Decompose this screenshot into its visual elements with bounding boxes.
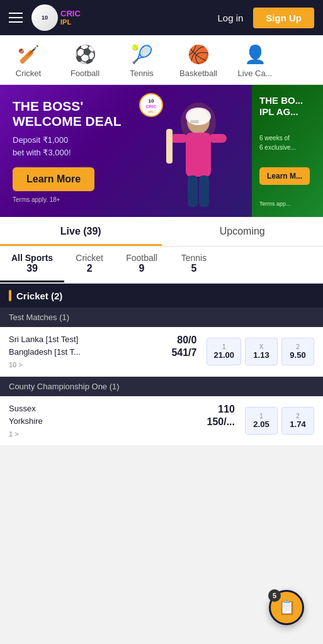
svg-rect-8 [186, 133, 211, 177]
logo-text: CRIC IPL [60, 9, 81, 26]
cricket-section-title: Cricket (2) [16, 291, 62, 301]
login-button[interactable]: Log in [207, 8, 253, 28]
sport-cricket[interactable]: 🏏 Cricket [0, 40, 57, 82]
tennis-label: Tennis [130, 69, 154, 78]
header-left: 10 CRIC IPL [9, 4, 81, 31]
odd-value-s1: 2.05 [252, 419, 271, 429]
sussex-score: 110 [218, 404, 235, 415]
svg-rect-13 [199, 175, 209, 207]
team1-score: 80/0 [177, 335, 196, 346]
county-championship-subsection: County Championship One (1) [0, 377, 323, 396]
sport-football[interactable]: ⚽ Football [57, 40, 113, 82]
match-info: Sri Lanka [1st Test] 80/0 Bangladesh [1s… [9, 335, 196, 369]
match-odds-2: 1 2.05 2 1.74 [245, 407, 314, 435]
odd-label-s1: 1 [252, 413, 271, 419]
basketball-icon: 🏀 [188, 44, 210, 65]
match-extra[interactable]: 10 > [9, 361, 196, 369]
header-right: Log in Sign Up [207, 8, 314, 28]
team2-score: 541/7 [171, 347, 196, 358]
banner-side-title: THE BO...IPL AG... [259, 95, 320, 118]
logo[interactable]: 10 CRIC IPL [31, 4, 81, 31]
banner-side: THE BO...IPL AG... 6 weeks of6 exclusive… [252, 85, 323, 217]
county-championship-title: County Championship One (1) [9, 382, 120, 391]
filter-all-sports-label: All Sports [11, 253, 53, 263]
live-casino-icon: 👤 [244, 44, 266, 65]
svg-rect-9 [170, 134, 188, 143]
match-row-2: Sussex 110 Yorkshire 150/... 1 > 1 2.05 … [0, 396, 323, 446]
odd-value-1: 21.00 [213, 350, 234, 360]
filter-tennis-count: 5 [180, 263, 208, 274]
filter-tab-cricket[interactable]: Cricket 2 [64, 247, 115, 282]
filter-tab-tennis[interactable]: Tennis 5 [169, 247, 219, 282]
basketball-label: Basketball [179, 69, 217, 78]
match-odds: 1 21.00 X 1.13 2 9.50 [207, 338, 314, 365]
banner-side-subtitle: 6 weeks of6 exclusive... [259, 133, 320, 152]
odd-btn-2[interactable]: 2 9.50 [281, 338, 314, 365]
test-matches-title: Test Matches (1) [9, 313, 69, 322]
banner-side-learn-more-button[interactable]: Learn M... [259, 167, 310, 185]
odd-label-s2: 2 [288, 413, 307, 419]
logo-circle: 10 [31, 4, 58, 31]
filter-cricket-count: 2 [76, 263, 103, 274]
svg-rect-12 [188, 175, 198, 207]
match-info-2: Sussex 110 Yorkshire 150/... 1 > [9, 404, 235, 438]
section-bar-icon [9, 290, 11, 301]
tab-upcoming[interactable]: Upcoming [162, 217, 324, 246]
filter-cricket-label: Cricket [76, 253, 103, 263]
odd-label-1: 1 [213, 343, 234, 350]
cricket-icon: 🏏 [18, 44, 40, 65]
odd-value-x: 1.13 [252, 350, 271, 360]
cricket-label: Cricket [16, 69, 41, 78]
filter-tennis-label: Tennis [181, 253, 207, 263]
football-icon: ⚽ [74, 44, 96, 65]
odd-value-2: 9.50 [288, 350, 307, 360]
filter-all-sports-count: 39 [11, 263, 53, 274]
filter-football-label: Football [126, 253, 157, 263]
banner-main: 10 CRIC IPL THE BOSS' WELCOME DEAL Depos… [0, 85, 252, 217]
cricket-section-header: Cricket (2) [0, 284, 323, 308]
yorkshire-score: 150/... [207, 416, 235, 428]
main-tabs: Live (39) Upcoming [0, 217, 323, 247]
team1-name: Sri Lanka [1st Test] [9, 335, 78, 346]
odd-btn-sussex-1[interactable]: 1 2.05 [245, 407, 278, 435]
svg-rect-7 [190, 120, 199, 123]
sport-tennis[interactable]: 🎾 Tennis [113, 40, 170, 82]
app-header: 10 CRIC IPL Log in Sign Up [0, 0, 323, 35]
sussex-name: Sussex [9, 404, 36, 415]
svg-rect-11 [166, 129, 173, 164]
match-extra-2[interactable]: 1 > [9, 430, 235, 438]
hamburger-menu[interactable] [9, 13, 23, 23]
banner-container: 10 CRIC IPL THE BOSS' WELCOME DEAL Depos… [0, 85, 323, 217]
odd-label-2: 2 [288, 343, 307, 350]
odd-btn-1[interactable]: 1 21.00 [207, 338, 241, 365]
yorkshire-name: Yorkshire [9, 416, 43, 428]
odd-btn-x[interactable]: X 1.13 [245, 338, 278, 365]
sport-live-casino[interactable]: 👤 Live Ca... [227, 40, 283, 82]
filter-tab-all-sports[interactable]: All Sports 39 [0, 247, 64, 282]
odd-btn-sussex-2[interactable]: 2 1.74 [281, 407, 314, 435]
odd-label-x: X [252, 343, 271, 350]
match-row: Sri Lanka [1st Test] 80/0 Bangladesh [1s… [0, 327, 323, 377]
sport-basketball[interactable]: 🏀 Basketball [170, 40, 227, 82]
signup-button[interactable]: Sign Up [253, 8, 314, 28]
filter-tabs: All Sports 39 Cricket 2 Football 9 Tenni… [0, 247, 323, 284]
filter-football-count: 9 [126, 263, 157, 274]
team2-name: Bangladesh [1st T... [9, 347, 81, 358]
tab-live[interactable]: Live (39) [0, 217, 162, 246]
tennis-icon: 🎾 [131, 44, 153, 65]
svg-rect-10 [209, 134, 227, 143]
sports-navigation: 🏏 Cricket ⚽ Football 🎾 Tennis 🏀 Basketba… [0, 35, 323, 85]
odd-value-s2: 1.74 [288, 419, 307, 429]
test-matches-subsection: Test Matches (1) [0, 308, 323, 327]
football-label: Football [71, 69, 99, 78]
filter-tab-football[interactable]: Football 9 [115, 247, 169, 282]
banner-title: THE BOSS' WELCOME DEAL [13, 99, 139, 129]
banner-side-terms: Terms app... [259, 201, 320, 207]
banner-learn-more-button[interactable]: Learn More [13, 167, 94, 191]
live-casino-label: Live Ca... [238, 69, 273, 78]
